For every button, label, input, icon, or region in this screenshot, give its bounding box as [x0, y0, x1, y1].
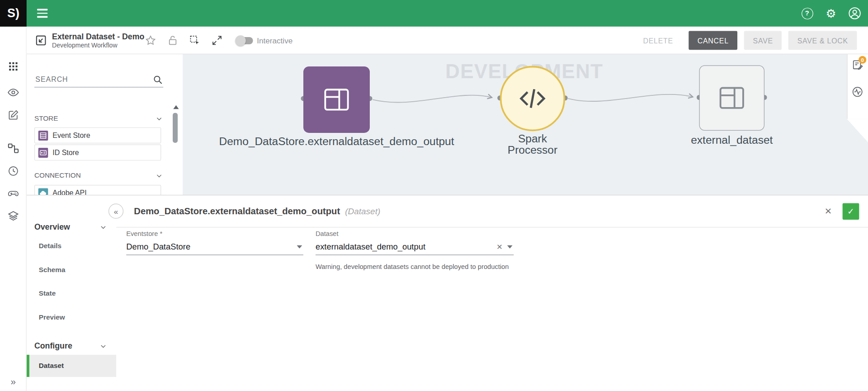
dataset-value: externaldataset_demo_output: [316, 242, 493, 251]
eventstore-select[interactable]: Demo_DataStore: [126, 239, 303, 255]
playground-button[interactable]: [0, 182, 27, 204]
close-icon: ✕: [825, 206, 832, 217]
gear-icon: ⚙: [826, 8, 836, 19]
palette-item-adobe-api[interactable]: Adobe API: [34, 185, 161, 195]
close-panel-button[interactable]: ✕: [821, 204, 835, 217]
palette-item-label: Event Store: [52, 131, 90, 139]
palette-item-label: Adobe API: [52, 189, 86, 195]
nav-label: Details: [39, 242, 61, 250]
layers-icon: [7, 210, 19, 222]
palette-item-label: ID Store: [52, 148, 79, 156]
caret-down-icon: [297, 245, 302, 248]
adobe-api-icon: [38, 188, 48, 195]
left-icon-rail: »: [0, 27, 27, 391]
help-button[interactable]: ?: [799, 5, 815, 21]
settings-button[interactable]: ⚙: [823, 5, 839, 21]
eventstore-value: Demo_DataStore: [126, 242, 296, 251]
nav-configure[interactable]: Configure: [27, 336, 116, 355]
palette-scrollbar[interactable]: [173, 113, 178, 143]
apps-grid-icon: [8, 61, 19, 72]
palette-section-store[interactable]: STORE: [34, 113, 163, 124]
activity-panel-button[interactable]: [851, 85, 864, 99]
node-spark-processor[interactable]: [500, 66, 565, 131]
interactive-toggle[interactable]: [236, 37, 253, 44]
lock-button[interactable]: [167, 34, 179, 47]
palette-search-input[interactable]: [34, 75, 152, 84]
clock-icon: [7, 165, 19, 177]
right-panel-corner: [847, 119, 868, 142]
rail-expand-button[interactable]: »: [0, 371, 27, 391]
app-window: S) ? ⚙ External Dataset - Demo Developme…: [0, 0, 868, 391]
clear-icon: ✕: [496, 243, 503, 251]
node-external-dataset[interactable]: [699, 65, 764, 130]
game-controller-icon: [7, 187, 19, 199]
workflow-canvas[interactable]: DEVELOPMENT: [183, 54, 868, 195]
nav-label: Preview: [39, 313, 65, 321]
view-button[interactable]: [0, 81, 27, 104]
palette-item-id-store[interactable]: ID Store: [34, 145, 161, 161]
cancel-button[interactable]: CANCEL: [689, 31, 737, 50]
datasets-nav-button[interactable]: [0, 205, 27, 227]
history-button[interactable]: [0, 160, 27, 182]
dataset-dropdown-button[interactable]: [506, 245, 514, 248]
toolbar-buttons: DELETE CANCEL SAVE SAVE & LOCK: [634, 31, 857, 50]
toggle-knob: [235, 35, 245, 46]
dataset-table-icon: [716, 82, 748, 114]
caret-down-icon: [507, 245, 513, 248]
node-label: Spark Processor: [499, 133, 566, 156]
compose-button[interactable]: [0, 104, 27, 126]
delete-button[interactable]: DELETE: [634, 31, 682, 50]
top-app-bar: S) ? ⚙: [0, 0, 868, 27]
id-store-icon: [38, 147, 48, 157]
nav-label: Overview: [34, 222, 70, 231]
confirm-button[interactable]: ✓: [843, 203, 859, 220]
nav-label: State: [39, 289, 56, 297]
clear-dataset-button[interactable]: ✕: [493, 242, 506, 251]
chevron-down-icon: [155, 114, 163, 122]
multi-select-button[interactable]: [189, 34, 201, 47]
account-button[interactable]: [847, 5, 862, 21]
nav-dataset[interactable]: Dataset: [27, 355, 116, 377]
eventstore-dropdown-button[interactable]: [296, 245, 303, 248]
nav-preview[interactable]: Preview: [27, 308, 116, 327]
eye-icon: [7, 86, 19, 99]
connection-section-label: CONNECTION: [34, 172, 81, 179]
scrollbar-up-arrow[interactable]: [173, 105, 179, 109]
apps-grid-button[interactable]: [0, 55, 27, 77]
account-icon: [848, 6, 862, 20]
code-icon: [515, 81, 550, 116]
edge-datastore-to-processor: [373, 95, 491, 103]
dataset-select[interactable]: externaldataset_demo_output ✕: [316, 239, 514, 255]
app-logo[interactable]: S): [0, 0, 27, 27]
workflow-tools: [145, 27, 223, 54]
eventstore-field: Eventstore * Demo_DataStore: [126, 230, 303, 255]
node-label: external_dataset: [691, 134, 773, 146]
workflow-nodes-icon: [7, 142, 19, 155]
palette-section-connection[interactable]: CONNECTION: [34, 170, 163, 181]
nav-overview[interactable]: Overview: [27, 217, 116, 236]
workflow-icon: [34, 34, 47, 47]
save-lock-button[interactable]: SAVE & LOCK: [788, 31, 857, 50]
collapse-panel-button[interactable]: «: [108, 204, 123, 219]
fit-view-button[interactable]: [211, 34, 223, 47]
workflows-nav-button[interactable]: [0, 137, 27, 160]
nav-details[interactable]: Details: [27, 236, 116, 255]
palette-item-event-store[interactable]: Event Store: [34, 127, 161, 144]
menu-button[interactable]: [31, 2, 53, 24]
nav-label: Configure: [34, 342, 72, 351]
double-chevron-right-icon: »: [11, 377, 16, 387]
expand-arrows-icon: [211, 34, 223, 47]
search-icon[interactable]: [152, 74, 163, 85]
config-panel: Overview Details Schema State Preview Co…: [27, 195, 868, 391]
dataset-warning: Warning, development datasets cannot be …: [316, 263, 509, 271]
node-palette: STORE Event Store ID Store CONNECTION Ad…: [27, 54, 183, 195]
favorite-button[interactable]: [145, 34, 157, 47]
star-icon: [145, 34, 157, 47]
nav-state[interactable]: State: [27, 284, 116, 303]
save-button[interactable]: SAVE: [744, 31, 782, 50]
workflow-subtitle: Development Workflow: [52, 42, 144, 49]
nav-schema[interactable]: Schema: [27, 261, 116, 280]
store-section-label: STORE: [34, 114, 58, 122]
node-eventstore-dataset[interactable]: [303, 66, 370, 133]
check-icon: ✓: [847, 206, 854, 216]
